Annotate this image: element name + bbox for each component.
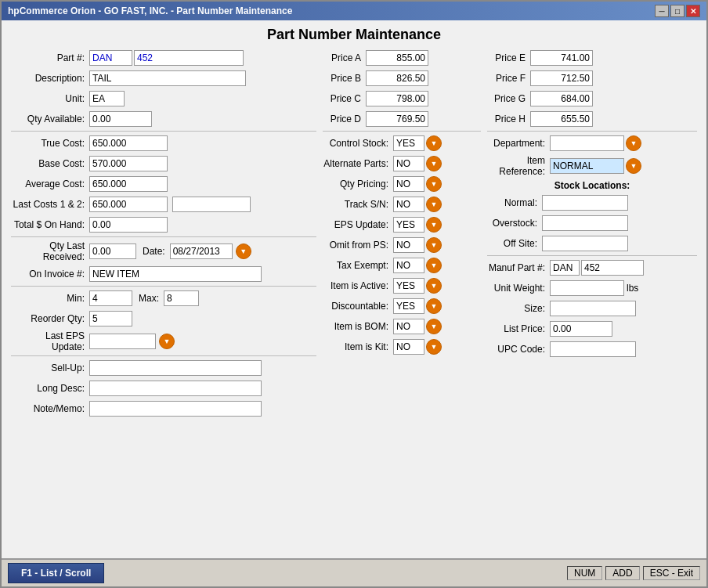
stock-overstock-input[interactable]: [542, 215, 628, 231]
alternate-parts-row: Alternate Parts: ▼: [323, 155, 481, 172]
qty-pricing-input[interactable]: [393, 176, 424, 192]
item-reference-dropdown[interactable]: ▼: [626, 158, 641, 174]
manuf-part-label: Manuf Part #:: [487, 262, 550, 273]
discountable-input[interactable]: [393, 298, 424, 314]
tax-exempt-label: Tax Exempt:: [323, 260, 393, 271]
last-costs-label: Last Costs 1 & 2:: [11, 199, 89, 210]
reorder-qty-input[interactable]: [89, 311, 132, 326]
item-active-input[interactable]: [393, 278, 424, 294]
price-h-input[interactable]: [530, 111, 593, 127]
average-cost-input[interactable]: [89, 176, 168, 192]
price-a-input[interactable]: [366, 50, 428, 66]
stock-normal-input[interactable]: [542, 195, 628, 211]
price-a-row: Price A: [323, 49, 481, 67]
note-memo-input[interactable]: [89, 401, 262, 417]
eps-dropdown-button[interactable]: ▼: [159, 334, 175, 349]
discountable-label: Discountable:: [323, 301, 393, 312]
price-b-input[interactable]: [366, 70, 428, 86]
track-sn-input[interactable]: [393, 197, 424, 212]
price-g-input[interactable]: [530, 91, 593, 106]
alternate-parts-dropdown[interactable]: ▼: [426, 156, 442, 171]
f1-list-scroll-button[interactable]: F1 - List / Scroll: [8, 563, 104, 583]
item-kit-dropdown[interactable]: ▼: [426, 339, 442, 355]
true-cost-label: True Cost:: [11, 138, 89, 149]
item-active-dropdown[interactable]: ▼: [426, 278, 442, 294]
left-panel: Part #: Description: Unit:: [11, 49, 316, 420]
manuf-part-group: [550, 260, 644, 276]
alternate-parts-input[interactable]: [393, 156, 424, 171]
qty-pricing-label: Qty Pricing:: [323, 179, 393, 189]
part-number-label: Part #:: [11, 52, 89, 63]
manuf-part-prefix-input[interactable]: [550, 260, 580, 276]
qty-last-received-input[interactable]: [89, 243, 136, 259]
max-input[interactable]: [164, 290, 199, 306]
base-cost-input[interactable]: [89, 156, 168, 171]
omit-ps-dropdown[interactable]: ▼: [426, 237, 442, 253]
unit-row: Unit:: [11, 90, 316, 107]
qty-available-row: Qty Available:: [11, 110, 316, 128]
stock-offsite-input[interactable]: [542, 236, 628, 251]
department-input[interactable]: [550, 135, 624, 151]
item-kit-input[interactable]: [393, 339, 424, 355]
last-cost-1-input[interactable]: [89, 197, 168, 212]
min-input[interactable]: [89, 290, 132, 306]
omit-ps-input[interactable]: [393, 237, 424, 253]
date-input[interactable]: [170, 243, 233, 259]
item-reference-label: Item Reference:: [487, 155, 550, 177]
on-invoice-input[interactable]: [89, 266, 262, 282]
description-row: Description:: [11, 70, 316, 87]
item-bom-input[interactable]: [393, 319, 424, 334]
qty-last-received-row: Qty Last Received: Date: ▼: [11, 240, 316, 262]
price-f-input[interactable]: [530, 70, 593, 86]
qty-pricing-dropdown[interactable]: ▼: [426, 176, 442, 192]
department-label: Department:: [487, 138, 550, 149]
max-label: Max:: [139, 293, 159, 304]
price-b-row: Price B: [323, 70, 481, 87]
close-button[interactable]: ✕: [686, 5, 700, 17]
track-sn-dropdown[interactable]: ▼: [426, 197, 442, 212]
eps-update-input[interactable]: [393, 217, 424, 233]
qty-pricing-row: Qty Pricing: ▼: [323, 175, 481, 193]
total-on-hand-input[interactable]: [89, 217, 168, 233]
tax-exempt-input[interactable]: [393, 258, 424, 273]
list-price-input[interactable]: [550, 321, 612, 337]
manuf-part-suffix-input[interactable]: [581, 260, 644, 276]
price-d-row: Price D: [323, 110, 481, 128]
bottom-bar: F1 - List / Scroll NUM ADD ESC - Exit: [2, 558, 706, 586]
eps-update-row: EPS Update: ▼: [323, 216, 481, 233]
window-title: hpCommerce Orion - GO FAST, INC. - Part …: [8, 5, 292, 16]
esc-exit-status[interactable]: ESC - Exit: [643, 566, 700, 580]
price-f-row: Price F: [487, 70, 697, 87]
department-dropdown[interactable]: ▼: [626, 135, 641, 151]
unit-weight-input[interactable]: [550, 280, 624, 296]
tax-exempt-dropdown[interactable]: ▼: [426, 258, 442, 273]
part-suffix-input[interactable]: [134, 50, 244, 66]
description-input[interactable]: [89, 70, 246, 86]
control-stock-dropdown[interactable]: ▼: [426, 135, 442, 151]
maximize-button[interactable]: □: [670, 5, 685, 17]
qty-available-label: Qty Available:: [11, 114, 89, 124]
price-e-label: Price E: [487, 52, 530, 63]
upc-code-input[interactable]: [550, 341, 636, 357]
price-e-input[interactable]: [530, 50, 593, 66]
price-d-input[interactable]: [366, 111, 428, 127]
last-eps-input[interactable]: [89, 334, 156, 349]
last-cost-2-input[interactable]: [172, 197, 251, 212]
discountable-dropdown[interactable]: ▼: [426, 298, 442, 314]
eps-update-dropdown[interactable]: ▼: [426, 217, 442, 233]
main-window: hpCommerce Orion - GO FAST, INC. - Part …: [0, 0, 708, 588]
control-stock-input[interactable]: [393, 135, 424, 151]
minimize-button[interactable]: ─: [655, 5, 669, 17]
part-prefix-input[interactable]: [89, 50, 132, 66]
price-c-input[interactable]: [366, 91, 428, 106]
size-input[interactable]: [550, 301, 636, 316]
last-eps-row: Last EPS Update: ▼: [11, 330, 316, 352]
item-bom-dropdown[interactable]: ▼: [426, 319, 442, 334]
long-desc-input[interactable]: [89, 381, 262, 396]
item-reference-input[interactable]: [550, 158, 624, 174]
date-dropdown-button[interactable]: ▼: [236, 243, 251, 259]
sell-up-input[interactable]: [89, 360, 262, 376]
true-cost-input[interactable]: [89, 135, 168, 151]
unit-input[interactable]: [89, 91, 125, 106]
qty-available-input[interactable]: [89, 111, 152, 127]
